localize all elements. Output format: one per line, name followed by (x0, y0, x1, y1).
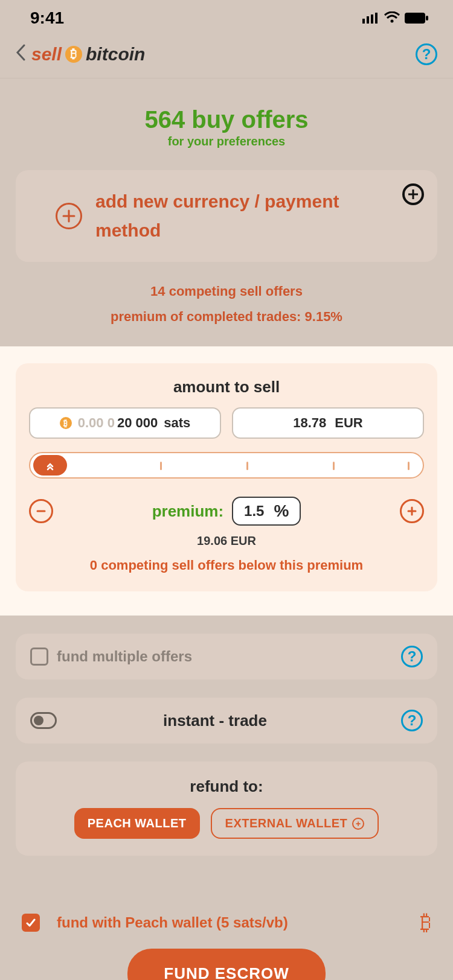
instant-trade-card[interactable]: instant - trade ? (16, 698, 437, 743)
competing-stats: 14 competing sell offers premium of comp… (0, 284, 453, 325)
fiat-unit: EUR (335, 415, 362, 431)
status-time: 9:41 (30, 8, 64, 28)
slider-thumb[interactable] (33, 455, 67, 476)
svg-rect-5 (405, 13, 425, 24)
instant-trade-label: instant - trade (29, 711, 401, 730)
premium-competing-text: 0 competing sell offers below this premi… (29, 558, 424, 573)
fund-escrow-label: FUND ESCROW (164, 964, 289, 980)
fiat-amount-input[interactable]: 18.78 EUR (232, 407, 424, 439)
premium-input[interactable]: 1.5 % (232, 497, 301, 526)
header-sell-text: sell (31, 44, 62, 65)
svg-rect-3 (375, 13, 378, 24)
fund-multiple-card[interactable]: fund multiple offers ? (16, 634, 437, 679)
page-title: sell ₿ bitcoin (31, 44, 145, 65)
svg-rect-1 (367, 16, 369, 24)
premium-plus-button[interactable] (400, 499, 424, 523)
fund-with-peach-row[interactable]: fund with Peach wallet (5 sats/vb) ₿ (0, 910, 453, 935)
external-wallet-button[interactable]: EXTERNAL WALLET + (211, 808, 379, 839)
completed-premium-stat: premium of completed trades: 9.15% (0, 309, 453, 325)
wifi-icon (384, 8, 400, 28)
external-wallet-label: EXTERNAL WALLET (225, 816, 348, 830)
add-payment-label: add new currency / payment method (95, 187, 397, 245)
fund-multiple-label: fund multiple offers (57, 648, 192, 665)
offers-count: 564 buy offers (0, 106, 453, 133)
bitcoin-outline-icon[interactable]: ₿ (420, 910, 431, 935)
svg-rect-6 (426, 16, 428, 21)
fund-multiple-checkbox[interactable] (30, 648, 48, 666)
add-plus-icon (56, 203, 82, 229)
bitcoin-icon: ₿ (65, 46, 82, 63)
status-bar: 9:41 (0, 0, 453, 36)
svg-point-4 (391, 20, 394, 23)
help-icon[interactable]: ? (416, 43, 437, 65)
peach-wallet-button[interactable]: PEACH WALLET (74, 808, 200, 839)
fund-with-peach-label: fund with Peach wallet (5 sats/vb) (57, 914, 288, 931)
fund-with-peach-checkbox[interactable] (22, 914, 40, 932)
sats-prefix: 0.00 0 (78, 415, 115, 431)
premium-result-amount: 19.06 EUR (29, 534, 424, 548)
percent-icon: % (274, 501, 289, 521)
sats-amount-input[interactable]: ₿ 0.00 020 000 sats (29, 407, 221, 439)
peach-wallet-label: PEACH WALLET (88, 816, 187, 830)
instant-trade-toggle[interactable] (30, 712, 57, 729)
competing-offers-count: 14 competing sell offers (0, 284, 453, 299)
offers-heading: 564 buy offers for your preferences (0, 78, 453, 148)
amount-slider[interactable] (29, 452, 424, 479)
add-payment-card[interactable]: add new currency / payment method (16, 170, 437, 262)
header: sell ₿ bitcoin ? (0, 36, 453, 78)
svg-rect-0 (362, 19, 365, 24)
header-bitcoin-text: bitcoin (86, 44, 145, 65)
refund-card: refund to: PEACH WALLET EXTERNAL WALLET … (16, 762, 437, 856)
fund-escrow-button[interactable]: FUND ESCROW (127, 949, 325, 980)
slider-tick (246, 462, 248, 470)
refund-title: refund to: (30, 777, 423, 796)
amount-title: amount to sell (29, 378, 424, 396)
amount-section: amount to sell ₿ 0.00 020 000 sats 18.78… (0, 346, 453, 616)
expand-plus-icon[interactable] (402, 183, 424, 205)
sats-value: 20 000 (117, 415, 158, 431)
svg-rect-2 (371, 14, 373, 24)
offers-subtitle: for your preferences (0, 135, 453, 148)
battery-icon (405, 8, 429, 28)
premium-value: 1.5 (244, 503, 264, 520)
slider-tick (408, 462, 410, 470)
sats-unit: sats (164, 415, 190, 431)
signal-icon (362, 8, 379, 28)
status-indicators (362, 8, 429, 28)
help-icon[interactable]: ? (401, 710, 423, 731)
slider-tick (333, 462, 335, 470)
add-external-plus-icon: + (352, 818, 364, 830)
slider-tick (160, 462, 162, 470)
back-chevron-icon[interactable] (16, 42, 25, 66)
fiat-value: 18.78 (293, 415, 326, 431)
bitcoin-mini-icon: ₿ (60, 417, 72, 429)
premium-minus-button[interactable] (29, 499, 53, 523)
premium-label: premium: (152, 502, 223, 521)
help-icon[interactable]: ? (401, 646, 423, 667)
